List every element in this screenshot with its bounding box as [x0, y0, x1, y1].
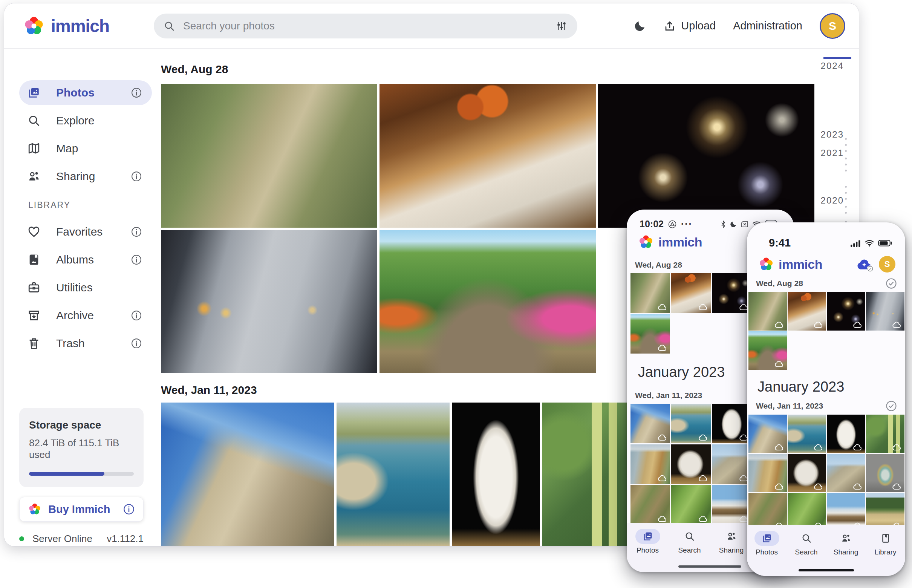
top-bar: immich Upload Administration S — [4, 3, 859, 48]
photo-harvest-dinner-table[interactable] — [788, 292, 826, 331]
photo-coastal-town[interactable] — [788, 415, 826, 453]
sidebar-item-albums[interactable]: Albums — [19, 247, 152, 272]
sidebar-item-label: Photos — [56, 86, 95, 99]
photo-fireworks[interactable] — [827, 292, 865, 331]
photo-harvest-dinner-table[interactable] — [671, 273, 711, 313]
nav-tab-search[interactable]: Search — [788, 531, 825, 556]
photo-castle-ruins[interactable] — [827, 454, 865, 492]
upload-button[interactable]: Upload — [663, 19, 716, 32]
photo-stone-sculpture[interactable] — [788, 454, 826, 492]
date-group-header: Wed, Jan 11, 2023 — [635, 391, 702, 400]
user-avatar[interactable]: S — [879, 256, 896, 273]
info-icon[interactable] — [131, 226, 142, 237]
cloud-icon — [657, 304, 667, 310]
sidebar-item-explore[interactable]: Explore — [19, 108, 152, 133]
photo-beach-cliff[interactable] — [631, 444, 670, 484]
photo-fireworks[interactable] — [598, 84, 814, 228]
timeline-year-2024[interactable]: 2024 — [821, 61, 844, 71]
photo-fortress-walls[interactable] — [161, 402, 334, 546]
sidebar-item-sharing[interactable]: Sharing — [19, 164, 152, 189]
storage-card: Storage space 82.4 TiB of 115.1 TiB used — [19, 408, 144, 487]
sidebar-item-map[interactable]: Map — [19, 136, 152, 161]
photo-coastal-town[interactable] — [337, 402, 450, 546]
map-icon — [27, 142, 40, 155]
people-icon — [27, 170, 40, 183]
sidebar-item-trash[interactable]: Trash — [19, 331, 152, 356]
sidebar-item-utilities[interactable]: Utilities — [19, 275, 152, 300]
sidebar-item-label: Favorites — [56, 225, 103, 238]
search-filters-icon[interactable] — [555, 20, 568, 32]
photo-lizard-1[interactable] — [631, 485, 670, 525]
wifi-icon — [865, 239, 874, 247]
brand-name: immich — [779, 257, 822, 272]
photo-holding-hands[interactable] — [161, 230, 377, 373]
timeline-year-2021[interactable]: 2021 — [821, 148, 844, 158]
photo-fireworks[interactable] — [712, 273, 751, 313]
photo-zoo-monkeys[interactable] — [161, 84, 377, 228]
server-online-dot — [19, 536, 24, 541]
sidebar-item-photos[interactable]: Photos — [19, 80, 152, 105]
photo-fortress-walls[interactable] — [631, 404, 670, 443]
info-icon[interactable] — [131, 254, 142, 265]
overflow-dots: ··· — [681, 219, 692, 229]
photo-ornate-silver[interactable] — [866, 454, 904, 492]
backup-cloud-icon[interactable] — [856, 258, 873, 271]
info-icon[interactable] — [131, 171, 142, 182]
nav-tab-library[interactable]: Library — [867, 531, 904, 556]
photo-beach-cliff[interactable] — [749, 454, 787, 492]
photo-stone-sculpture[interactable] — [671, 444, 711, 484]
photo-zoo-monkeys[interactable] — [631, 273, 670, 313]
status-bar: 9:41 — [747, 222, 905, 249]
theme-toggle-moon-icon[interactable] — [633, 19, 646, 32]
search-input[interactable] — [182, 19, 548, 32]
select-all-icon[interactable] — [886, 278, 897, 289]
user-avatar[interactable]: S — [820, 13, 845, 39]
nav-tab-sharing[interactable]: Sharing — [827, 531, 865, 556]
photo-harvest-dinner-table[interactable] — [379, 84, 596, 228]
nav-tab-search[interactable]: Search — [671, 529, 709, 554]
photo-fortress-walls[interactable] — [749, 415, 787, 453]
timeline-year-2020[interactable]: 2020 — [821, 195, 844, 206]
photo-sea-grapes[interactable] — [542, 402, 628, 546]
buy-immich-button[interactable]: Buy Immich — [19, 497, 144, 522]
date-group-header: Wed, Aug 28 — [161, 63, 818, 76]
photo-marble-bust[interactable] — [827, 415, 865, 453]
timeline-tick — [845, 206, 847, 208]
photo-castle-ruins[interactable] — [712, 444, 751, 484]
info-icon[interactable] — [131, 310, 142, 321]
status-icons — [850, 239, 893, 247]
photo-zoo-monkeys[interactable] — [749, 292, 787, 331]
photos-icon — [27, 86, 40, 99]
sidebar-item-label: Archive — [56, 309, 94, 322]
immich-logo[interactable]: immich — [23, 15, 109, 37]
nav-tab-photos[interactable]: Photos — [629, 529, 667, 554]
photo-autumn-garden-path[interactable] — [749, 331, 787, 370]
select-all-icon[interactable] — [886, 400, 897, 412]
storage-progress-fill — [29, 472, 104, 476]
info-icon[interactable] — [131, 338, 142, 349]
timeline-tick — [845, 198, 847, 200]
timeline-year-2023[interactable]: 2023 — [821, 129, 844, 140]
photo-coastal-town[interactable] — [671, 404, 711, 443]
date-group-header: Wed, Jan 11, 2023 — [756, 401, 823, 410]
date-group-header: Wed, Aug 28 — [635, 260, 682, 270]
info-icon[interactable] — [131, 87, 142, 99]
immich-flower-icon — [23, 15, 45, 37]
nav-tab-sharing[interactable]: Sharing — [713, 529, 750, 554]
photo-lizard-2[interactable] — [671, 485, 711, 525]
photo-snowy-village[interactable] — [712, 485, 751, 525]
photo-sea-grapes[interactable] — [866, 415, 904, 453]
photo-marble-bust[interactable] — [452, 402, 540, 546]
photo-autumn-garden-path[interactable] — [631, 314, 670, 354]
sidebar-item-favorites[interactable]: Favorites — [19, 220, 152, 244]
photo-marble-bust[interactable] — [712, 404, 751, 443]
app-header: immich S — [758, 256, 896, 273]
storage-progress-track — [29, 472, 134, 476]
administration-link[interactable]: Administration — [733, 19, 802, 32]
photo-autumn-garden-path[interactable] — [379, 230, 596, 373]
sidebar-item-archive[interactable]: Archive — [19, 303, 152, 328]
info-icon[interactable] — [123, 503, 135, 515]
search-bar[interactable] — [154, 14, 577, 39]
photo-holding-hands[interactable] — [866, 292, 904, 331]
nav-tab-photos[interactable]: Photos — [748, 531, 786, 556]
